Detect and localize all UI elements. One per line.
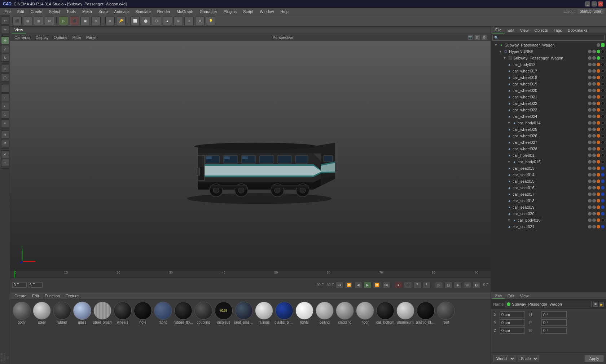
render-picture-button[interactable]: ⬛ <box>70 17 79 25</box>
coord-eye-button[interactable]: 👁 <box>593 302 598 307</box>
material-roof[interactable]: roof <box>436 301 456 325</box>
maximize-button[interactable]: □ <box>592 1 597 6</box>
motion-mode-button[interactable]: ? <box>413 282 421 288</box>
add-disc-button[interactable]: ⊙ <box>184 17 194 25</box>
b-rot-input[interactable] <box>541 327 567 334</box>
viewport-settings-icon[interactable]: ⚙ <box>481 35 487 40</box>
om-vis-wagon[interactable] <box>588 56 592 60</box>
undo-button[interactable]: ↩ <box>1 17 9 25</box>
om-toggle-wagon[interactable]: ▼ <box>502 56 507 60</box>
coord-tab-edit[interactable]: Edit <box>505 293 517 299</box>
add-torus-button[interactable]: ◎ <box>174 17 183 25</box>
material-displays[interactable]: 0165 displays <box>214 301 234 325</box>
timeline-current-frame[interactable] <box>28 282 43 288</box>
record-button[interactable]: ● <box>395 282 403 288</box>
top-view-button[interactable]: ▤ <box>23 17 32 25</box>
om-row-car-body014[interactable]: ▼ ▲ car_body014 <box>491 120 606 126</box>
menu-create[interactable]: Create <box>28 9 45 14</box>
search-input[interactable] <box>492 35 605 41</box>
timeline-start-frame[interactable] <box>12 282 27 288</box>
menu-window[interactable]: Window <box>257 9 277 14</box>
viewport-fullscreen-icon[interactable]: ⊞ <box>474 35 480 40</box>
knife-tool-button[interactable]: ✂ <box>1 159 9 167</box>
playback-mode4[interactable]: ⊞ <box>463 282 471 288</box>
menu-mesh[interactable]: Mesh <box>79 9 95 14</box>
material-railings[interactable]: railings <box>254 301 274 325</box>
om-tab-tags[interactable]: Tags <box>551 27 565 33</box>
om-row-car-seat015[interactable]: ▲ car_seat015 <box>491 178 606 185</box>
om-toggle-cb015[interactable]: ▼ <box>507 160 511 164</box>
polygons-mode-button[interactable]: ▪ <box>1 102 9 110</box>
material-wheels[interactable]: wheels <box>113 301 133 325</box>
om-row-root[interactable]: ▼ ● Subway_Passenger_Wagon <box>491 42 606 48</box>
x-pos-input[interactable] <box>500 311 525 318</box>
vp-menu-panel[interactable]: Panel <box>84 35 98 40</box>
add-landscape-button[interactable]: ⋀ <box>195 17 205 25</box>
prev-frame-button[interactable]: ⏪ <box>345 282 353 288</box>
render-to-picture-viewer-button[interactable]: ▣ <box>80 17 90 25</box>
goto-end-button[interactable]: ⏭ <box>382 282 390 288</box>
material-plastic-black[interactable]: plastic_bla... <box>416 301 436 325</box>
close-button[interactable]: ✕ <box>598 1 603 6</box>
om-vis-dot[interactable] <box>597 43 600 47</box>
playback-mode3[interactable]: ◈ <box>454 282 462 288</box>
tab-view[interactable]: View <box>12 27 26 34</box>
om-row-car-seat017[interactable]: ▲ car_seat017 <box>491 191 606 197</box>
mat-menu-texture[interactable]: Texture <box>63 293 81 298</box>
menu-simulate[interactable]: Simulate <box>132 9 154 14</box>
om-render-hn[interactable] <box>592 50 596 53</box>
auto-key-button2[interactable]: ⚫ <box>404 282 412 288</box>
material-glass[interactable]: glass <box>72 301 92 325</box>
objects-mode-button[interactable]: ⬡ <box>1 111 9 119</box>
om-tab-view[interactable]: View <box>517 27 532 33</box>
snap-button[interactable]: ⊞ <box>1 130 9 138</box>
goto-start-button[interactable]: ⏮ <box>335 282 343 288</box>
scale-mode-select[interactable]: Scale Size <box>518 355 539 362</box>
playback-mode5[interactable]: ◐ <box>473 282 480 288</box>
om-row-car-wheel025[interactable]: ▲ car_wheel025 <box>491 126 606 133</box>
h-rot-input[interactable] <box>541 311 567 318</box>
coord-tab-view[interactable]: View <box>517 293 532 299</box>
render-preview-button[interactable]: ▷ <box>59 17 68 25</box>
material-aluminium[interactable]: aluminium <box>395 301 416 325</box>
menu-select[interactable]: Select <box>46 9 63 14</box>
add-cone-button[interactable]: ▲ <box>163 17 172 25</box>
keyframe-button[interactable]: ● <box>105 17 115 25</box>
material-fabric[interactable]: fabric <box>153 301 173 325</box>
timeline-ruler[interactable]: 0 10 20 30 40 50 60 70 80 90 <box>10 271 491 278</box>
render-active-button[interactable]: ⊕ <box>91 17 101 25</box>
menu-character[interactable]: Character <box>197 9 220 14</box>
auto-key-button[interactable]: 🔑 <box>116 17 126 25</box>
select-rect-button[interactable]: ▭ <box>1 65 9 73</box>
redo-button[interactable]: ↪ <box>1 25 9 33</box>
select-live-button[interactable]: ◯ <box>1 74 9 81</box>
points-mode-button[interactable]: · <box>1 85 9 93</box>
material-car-bottom[interactable]: car_bottom <box>375 301 395 325</box>
quantize-button[interactable]: ⊟ <box>1 139 9 147</box>
playback-mode1[interactable]: ▷ <box>435 282 443 288</box>
om-toggle-root[interactable]: ▼ <box>494 43 498 47</box>
coord-system-select[interactable]: World Object Local <box>493 355 515 362</box>
om-row-car-seat019[interactable]: ▲ car_seat019 <box>491 204 606 210</box>
om-row-car-wheel024[interactable]: ▲ car_wheel024 <box>491 113 606 120</box>
mat-menu-function[interactable]: Function <box>43 293 62 298</box>
om-row-car-seat018[interactable]: ▲ car_seat018 <box>491 197 606 204</box>
menu-help[interactable]: Help <box>277 9 291 14</box>
play-button[interactable]: ▶ <box>364 282 372 288</box>
menu-tools[interactable]: Tools <box>63 9 79 14</box>
mat-menu-create[interactable]: Create <box>12 293 28 298</box>
om-row-car-wheel020[interactable]: ▲ car_wheel020 <box>491 87 606 94</box>
coord-lock-button[interactable]: 🔒 <box>599 302 604 307</box>
playback-mode2[interactable]: ◻ <box>444 282 452 288</box>
om-row-car-wheel021[interactable]: ▲ car_wheel021 <box>491 94 606 100</box>
om-row-car-wheel027[interactable]: ▲ car_wheel027 <box>491 139 606 146</box>
om-row-car-body013[interactable]: ▲ car_body013 <box>491 61 606 68</box>
om-color-wagon[interactable] <box>597 56 600 60</box>
om-row-car-body015[interactable]: ▼ ▲ car_body015 <box>491 159 606 165</box>
material-coupling[interactable]: coupling <box>193 301 214 325</box>
add-sphere-button[interactable]: ⬤ <box>141 17 150 25</box>
right-view-button[interactable]: ▥ <box>34 17 43 25</box>
paint-tool-button[interactable]: 🖌 <box>1 150 9 158</box>
om-toggle-cb016[interactable]: ▼ <box>507 218 511 222</box>
om-tag-hn[interactable] <box>601 50 605 53</box>
